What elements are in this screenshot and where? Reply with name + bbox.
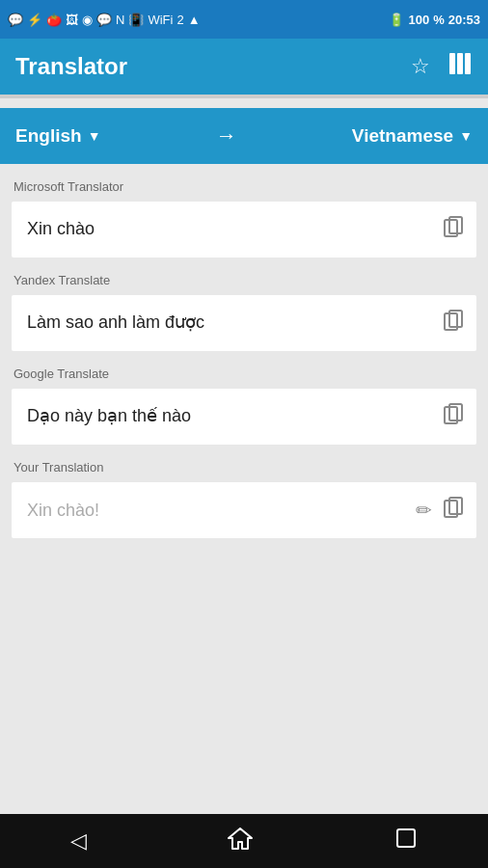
- image-icon: 🖼: [66, 13, 78, 27]
- usb-icon: ⚡: [27, 13, 42, 27]
- source-language-label: English: [15, 125, 82, 147]
- google-translate-section: Google Translate Dạo này bạn thế nào: [12, 366, 476, 445]
- target-language-label: Vietnamese: [352, 125, 453, 147]
- favorite-icon[interactable]: ☆: [411, 54, 430, 79]
- your-translation-section: Your Translation Xin chào! ✏: [12, 460, 476, 538]
- microsoft-translator-label: Microsoft Translator: [12, 179, 476, 194]
- nfc-icon: N: [116, 13, 124, 27]
- app-title: Translator: [15, 53, 127, 80]
- library-icon[interactable]: [447, 51, 473, 82]
- signal-icon: ▲: [188, 13, 201, 27]
- your-translation-label: Your Translation: [12, 460, 476, 475]
- sim-icon: 2: [176, 13, 183, 27]
- home-button[interactable]: [228, 826, 253, 856]
- back-button[interactable]: ◁: [70, 828, 87, 854]
- yandex-translate-box: Làm sao anh làm được: [12, 295, 476, 351]
- google-copy-button[interactable]: [442, 402, 465, 431]
- battery-percent: 100: [408, 13, 429, 27]
- yandex-translate-text: Làm sao anh làm được: [27, 311, 428, 335]
- google-translate-label: Google Translate: [12, 366, 476, 381]
- your-translation-placeholder: Xin chào!: [27, 501, 390, 521]
- your-translation-copy-button[interactable]: [442, 496, 465, 525]
- edit-button[interactable]: ✏: [416, 499, 432, 522]
- chrome-icon: ◉: [82, 13, 93, 27]
- bottom-nav: ◁: [0, 814, 488, 868]
- wifi-icon: WiFi: [148, 13, 173, 27]
- target-language-selector[interactable]: Vietnamese ▼: [352, 125, 473, 147]
- yandex-translate-label: Yandex Translate: [12, 273, 476, 287]
- top-bar-actions: ☆: [411, 51, 473, 82]
- chat-icon: 💬: [96, 13, 112, 27]
- vibrate-icon: 📳: [128, 13, 144, 27]
- svg-rect-12: [397, 829, 415, 847]
- svg-marker-11: [229, 828, 252, 849]
- message-icon: 💬: [8, 13, 23, 27]
- your-translation-box: Xin chào! ✏: [12, 482, 476, 538]
- status-time: 20:53: [448, 13, 480, 27]
- tomato-icon: 🍅: [46, 13, 62, 27]
- microsoft-translator-box: Xin chào: [12, 202, 476, 258]
- svg-rect-2: [465, 53, 471, 74]
- microsoft-translator-text: Xin chào: [27, 217, 428, 241]
- top-bar: Translator ☆: [0, 39, 488, 95]
- target-dropdown-icon: ▼: [459, 128, 473, 144]
- status-bar: 💬 ⚡ 🍅 🖼 ◉ 💬 N 📳 WiFi 2 ▲ 🔋 100% 20:53: [0, 0, 488, 39]
- yandex-translate-section: Yandex Translate Làm sao anh làm được: [12, 273, 476, 351]
- status-bar-left: 💬 ⚡ 🍅 🖼 ◉ 💬 N 📳 WiFi 2 ▲: [8, 13, 201, 27]
- google-translate-text: Dạo này bạn thế nào: [27, 404, 428, 428]
- microsoft-copy-button[interactable]: [442, 215, 465, 244]
- svg-rect-1: [457, 53, 463, 74]
- google-translate-box: Dạo này bạn thế nào: [12, 389, 476, 445]
- yandex-copy-button[interactable]: [442, 309, 465, 338]
- source-language-selector[interactable]: English ▼: [15, 125, 100, 147]
- svg-rect-0: [449, 53, 455, 74]
- source-dropdown-icon: ▼: [88, 128, 101, 144]
- status-bar-right: 🔋 100% 20:53: [389, 13, 480, 27]
- divider-strip: [0, 95, 488, 98]
- main-content: Microsoft Translator Xin chào Yandex Tra…: [0, 164, 488, 814]
- microsoft-translator-section: Microsoft Translator Xin chào: [12, 179, 476, 258]
- language-bar: English ▼ → Vietnamese ▼: [0, 108, 488, 164]
- recents-button[interactable]: [394, 827, 418, 855]
- translation-direction-arrow: →: [216, 123, 237, 149]
- battery-icon: 🔋: [389, 13, 404, 27]
